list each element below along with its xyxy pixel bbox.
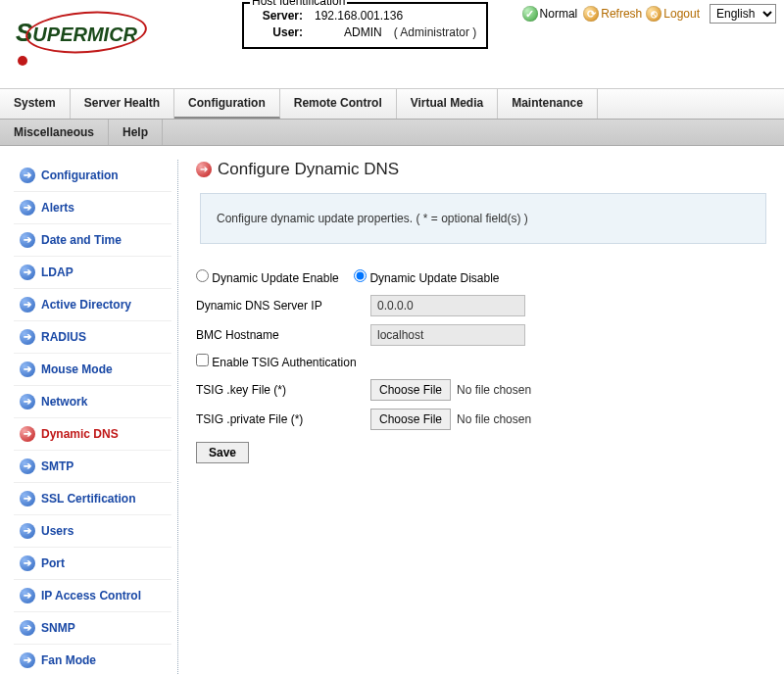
arrow-right-icon bbox=[20, 265, 35, 280]
user-role: ( Administrator ) bbox=[382, 24, 477, 41]
sidebar-item-label: Port bbox=[41, 556, 65, 570]
logo-text-rest: UPERMICR bbox=[32, 24, 137, 45]
sidebar-item-users[interactable]: Users bbox=[14, 515, 172, 548]
body: ConfigurationAlertsDate and TimeLDAPActi… bbox=[0, 146, 784, 675]
sidebar-item-port[interactable]: Port bbox=[14, 548, 172, 580]
refresh-link[interactable]: Refresh bbox=[601, 7, 642, 21]
sidebar-item-radius[interactable]: RADIUS bbox=[14, 321, 172, 354]
sidebar-item-label: SSL Certification bbox=[41, 492, 135, 506]
menu-item-maintenance[interactable]: Maintenance bbox=[498, 89, 598, 119]
status-normal-text: Normal bbox=[540, 7, 578, 21]
arrow-right-icon bbox=[20, 329, 35, 345]
sub-menu: MiscellaneousHelp bbox=[0, 120, 784, 146]
user-value: ADMIN bbox=[309, 24, 382, 41]
sidebar-item-configuration[interactable]: Configuration bbox=[14, 160, 172, 192]
tsig-private-no-file-text: No file chosen bbox=[457, 412, 531, 426]
sidebar-item-active-directory[interactable]: Active Directory bbox=[14, 289, 172, 321]
page-title: Configure Dynamic DNS bbox=[218, 160, 399, 179]
top-bar: SUPERMICR Host Identification Server: 19… bbox=[0, 0, 784, 88]
arrow-right-icon bbox=[20, 458, 35, 474]
arrow-right-icon bbox=[20, 297, 35, 313]
server-label: Server: bbox=[254, 8, 309, 24]
sidebar-item-label: Date and Time bbox=[41, 233, 122, 247]
tsig-checkbox[interactable] bbox=[196, 354, 209, 366]
submenu-item-miscellaneous[interactable]: Miscellaneous bbox=[0, 120, 109, 145]
sidebar-item-ip-access-control[interactable]: IP Access Control bbox=[14, 580, 172, 612]
sidebar-item-snmp[interactable]: SNMP bbox=[14, 612, 172, 645]
sidebar-item-label: SNMP bbox=[41, 621, 75, 635]
tsig-checkbox-label[interactable]: Enable TSIG Authentication bbox=[196, 356, 357, 369]
arrow-right-icon bbox=[20, 555, 35, 571]
logo: SUPERMICR bbox=[8, 8, 150, 80]
sidebar: ConfigurationAlertsDate and TimeLDAPActi… bbox=[14, 160, 178, 675]
arrow-right-icon bbox=[20, 523, 35, 539]
page-title-row: Configure Dynamic DNS bbox=[196, 160, 770, 179]
arrow-right-icon bbox=[20, 232, 35, 248]
sidebar-item-label: Alerts bbox=[41, 201, 74, 215]
menu-item-server-health[interactable]: Server Health bbox=[71, 89, 174, 119]
tsig-key-label: TSIG .key File (*) bbox=[196, 383, 370, 397]
radio-enable-label[interactable]: Dynamic Update Enable bbox=[196, 271, 342, 285]
arrow-right-icon bbox=[20, 362, 35, 377]
dynamic-update-radio-group: Dynamic Update Enable Dynamic Update Dis… bbox=[196, 269, 770, 285]
arrow-right-icon bbox=[20, 394, 35, 410]
menu-item-system[interactable]: System bbox=[0, 89, 71, 119]
sidebar-item-ldap[interactable]: LDAP bbox=[14, 257, 172, 289]
tsig-key-no-file-text: No file chosen bbox=[457, 383, 531, 397]
sidebar-item-label: Dynamic DNS bbox=[41, 427, 119, 441]
sidebar-item-label: Network bbox=[41, 395, 87, 409]
menu-item-configuration[interactable]: Configuration bbox=[174, 89, 280, 119]
logo-text-s: S bbox=[16, 18, 32, 47]
save-button[interactable]: Save bbox=[196, 442, 249, 463]
top-right-controls: ✓ Normal ⟳ Refresh ⎋ Logout English bbox=[522, 2, 776, 24]
host-id-legend: Host Identification bbox=[250, 0, 347, 8]
refresh-icon[interactable]: ⟳ bbox=[583, 6, 599, 22]
arrow-right-icon bbox=[20, 491, 35, 506]
arrow-right-icon bbox=[20, 620, 35, 636]
radio-enable[interactable] bbox=[196, 269, 209, 282]
arrow-right-icon bbox=[20, 426, 35, 442]
submenu-item-help[interactable]: Help bbox=[109, 120, 163, 145]
menu-item-virtual-media[interactable]: Virtual Media bbox=[397, 89, 498, 119]
sidebar-item-label: Fan Mode bbox=[41, 653, 96, 667]
bmc-hostname-input[interactable] bbox=[370, 324, 525, 346]
main-content: Configure Dynamic DNS Configure dynamic … bbox=[178, 160, 770, 675]
sidebar-item-label: RADIUS bbox=[41, 330, 86, 344]
arrow-right-icon bbox=[20, 652, 35, 668]
logout-icon[interactable]: ⎋ bbox=[646, 6, 662, 22]
menu-item-remote-control[interactable]: Remote Control bbox=[280, 89, 397, 119]
info-box: Configure dynamic update properties. ( *… bbox=[200, 193, 766, 244]
tsig-checkbox-row: Enable TSIG Authentication bbox=[196, 354, 770, 369]
dns-server-ip-input[interactable] bbox=[370, 295, 525, 316]
sidebar-item-label: Configuration bbox=[41, 169, 119, 182]
sidebar-item-fan-mode[interactable]: Fan Mode bbox=[14, 645, 172, 675]
dns-server-ip-label: Dynamic DNS Server IP bbox=[196, 299, 370, 313]
sidebar-item-network[interactable]: Network bbox=[14, 386, 172, 418]
tsig-key-choose-file-button[interactable]: Choose File bbox=[370, 379, 451, 401]
language-select[interactable]: English bbox=[710, 4, 776, 24]
tsig-private-choose-file-button[interactable]: Choose File bbox=[370, 409, 451, 430]
main-menu: SystemServer HealthConfigurationRemote C… bbox=[0, 88, 784, 120]
sidebar-item-ssl-certification[interactable]: SSL Certification bbox=[14, 483, 172, 515]
logo-dot-icon bbox=[18, 56, 27, 66]
arrow-right-icon bbox=[20, 168, 35, 183]
sidebar-item-label: Active Directory bbox=[41, 298, 131, 312]
sidebar-item-date-and-time[interactable]: Date and Time bbox=[14, 224, 172, 257]
tsig-private-label: TSIG .private File (*) bbox=[196, 412, 370, 426]
arrow-right-icon bbox=[20, 200, 35, 216]
status-normal-icon: ✓ bbox=[522, 6, 538, 22]
host-identification-box: Host Identification Server: 192.168.001.… bbox=[242, 2, 488, 49]
sidebar-item-label: Users bbox=[41, 524, 74, 538]
sidebar-item-label: SMTP bbox=[41, 459, 74, 473]
sidebar-item-label: Mouse Mode bbox=[41, 362, 113, 376]
sidebar-item-mouse-mode[interactable]: Mouse Mode bbox=[14, 354, 172, 386]
logout-link[interactable]: Logout bbox=[663, 7, 700, 21]
radio-disable[interactable] bbox=[354, 269, 367, 282]
sidebar-item-dynamic-dns[interactable]: Dynamic DNS bbox=[14, 418, 172, 451]
radio-disable-label[interactable]: Dynamic Update Disable bbox=[354, 271, 499, 285]
sidebar-item-label: LDAP bbox=[41, 265, 74, 279]
user-label: User: bbox=[254, 24, 309, 41]
sidebar-item-smtp[interactable]: SMTP bbox=[14, 451, 172, 483]
sidebar-item-alerts[interactable]: Alerts bbox=[14, 192, 172, 224]
server-value: 192.168.001.136 bbox=[309, 8, 403, 24]
